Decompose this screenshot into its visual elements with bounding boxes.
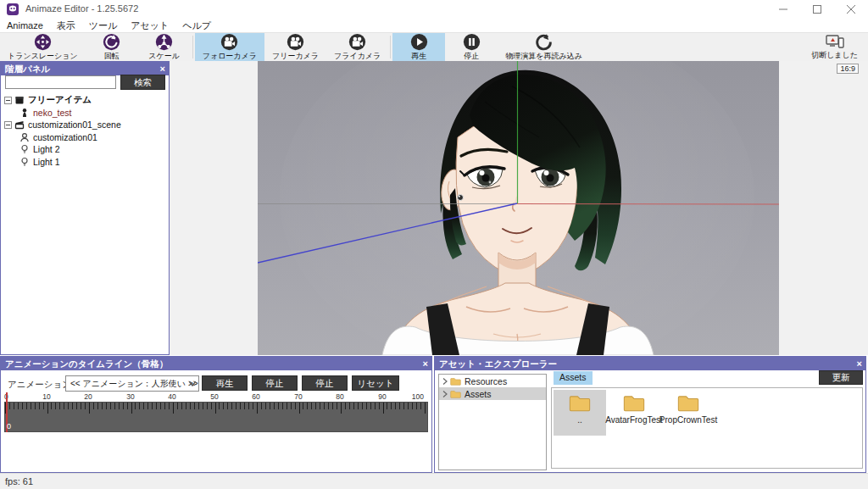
play-button[interactable]: 再生 — [392, 33, 445, 62]
animation-dropdown[interactable]: << アニメーション：人形使い >> — [65, 375, 199, 392]
asset-item-label: AvatarFrogTest — [605, 415, 663, 425]
avatar-render — [258, 61, 779, 355]
menu-assets[interactable]: アセット — [131, 19, 169, 32]
viewport[interactable]: 16:9 — [170, 61, 868, 355]
stop-button[interactable]: 停止 — [445, 33, 498, 62]
play-icon — [410, 33, 428, 51]
folder-icon — [677, 393, 699, 412]
hierarchy-panel: 階層パネル × 検索 フリーアイテム neko_test customizati… — [0, 61, 170, 355]
pause-icon — [463, 33, 481, 51]
asset-grid: .. AvatarFrogTest PropCrownTest — [551, 387, 863, 469]
asset-item-label: .. — [577, 415, 582, 425]
tree-item-light2[interactable]: Light 2 — [3, 143, 167, 156]
timeline-panel-header: アニメーションのタイムライン（骨格） × — [1, 357, 431, 370]
avatar-icon — [19, 132, 30, 142]
connection-status[interactable]: 切断しました — [801, 33, 868, 61]
title-bar: Animaze Editor - 1.25.5672 — [0, 0, 868, 19]
menu-tools[interactable]: ツール — [89, 19, 118, 32]
toolbar-separator — [192, 36, 193, 58]
close-icon[interactable]: × — [160, 62, 165, 75]
asset-tree-resources[interactable]: Resources — [439, 375, 546, 387]
chevron-right-icon — [442, 391, 448, 397]
minimize-icon[interactable] — [766, 0, 800, 19]
folder-icon — [569, 393, 591, 412]
fly-camera-button[interactable]: フライカメラ — [326, 33, 388, 62]
timeline-ruler-band[interactable] — [4, 402, 428, 432]
light-icon — [19, 157, 30, 167]
timeline-ruler-numbers: 0102030405060708090100 — [4, 392, 428, 402]
translate-icon — [34, 33, 52, 51]
timeline-play-button[interactable]: 再生 — [202, 375, 248, 391]
scene-icon — [14, 119, 25, 130]
tree-item-label: フリーアイテム — [28, 94, 92, 106]
tree-item-neko-test[interactable]: neko_test — [3, 107, 167, 119]
asset-item-up[interactable]: .. — [554, 390, 606, 436]
tree-item-customization01[interactable]: customization01 — [3, 131, 167, 144]
tree-item-label: customization01_scene — [28, 119, 121, 130]
asset-explorer-panel: アセット・エクスプローラー × Resources Assets Assets … — [434, 356, 866, 473]
folder-icon — [450, 389, 461, 398]
reload-physics-button[interactable]: 物理演算を再読み込み — [498, 33, 590, 62]
hierarchy-panel-title: 階層パネル — [5, 64, 50, 74]
asset-folder-tree: Resources Assets — [438, 374, 547, 470]
close-icon[interactable] — [834, 0, 868, 19]
status-bar: fps: 61 — [0, 473, 868, 489]
toolbar-separator — [390, 36, 391, 58]
asset-tree-assets[interactable]: Assets — [439, 387, 546, 400]
search-button[interactable]: 検索 — [120, 75, 165, 90]
movie-camera-icon — [348, 33, 366, 51]
refresh-button[interactable]: 更新 — [819, 370, 863, 385]
search-input[interactable] — [5, 75, 116, 89]
timeline-stop-button[interactable]: 停止 — [252, 375, 298, 391]
asset-explorer-title: アセット・エクスプローラー — [439, 358, 557, 369]
close-icon[interactable]: × — [857, 357, 862, 370]
free-camera-button[interactable]: フリーカメラ — [264, 33, 326, 62]
assets-tab[interactable]: Assets — [554, 371, 593, 385]
pawn-icon — [19, 108, 30, 118]
playhead-frame-label: 0 — [7, 422, 11, 431]
animation-dropdown-value: << アニメーション：人形使い >> — [70, 379, 198, 388]
hierarchy-panel-header: 階層パネル × — [1, 62, 169, 75]
animaze-logo-icon — [7, 3, 19, 15]
scale-icon — [155, 33, 173, 51]
rotate-icon — [103, 33, 120, 51]
chevron-down-icon — [189, 381, 196, 386]
tree-item-scene[interactable]: customization01_scene — [3, 119, 167, 131]
timeline-panel: アニメーションのタイムライン（骨格） × アニメーション： << アニメーション… — [0, 356, 432, 473]
scale-button[interactable]: スケール — [138, 33, 191, 62]
asset-item-avatarfrogtest[interactable]: AvatarFrogTest — [608, 390, 660, 436]
disconnect-label: 切断しました — [811, 50, 858, 61]
close-icon[interactable]: × — [423, 357, 428, 370]
aspect-ratio-chip[interactable]: 16:9 — [837, 64, 859, 74]
menu-help[interactable]: ヘルプ — [182, 19, 211, 32]
collapse-expander-icon[interactable] — [4, 121, 12, 129]
movie-camera-icon — [287, 33, 304, 51]
follow-camera-button[interactable]: フォローカメラ — [195, 33, 264, 62]
asset-explorer-header: アセット・エクスプローラー × — [435, 357, 865, 370]
asset-tree-label: Assets — [465, 389, 492, 399]
asset-item-label: PropCrownTest — [659, 415, 717, 425]
menu-view[interactable]: 表示 — [57, 19, 75, 32]
tree-item-free-items[interactable]: フリーアイテム — [3, 94, 167, 107]
menu-animaze[interactable]: Animaze — [7, 20, 43, 31]
timeline-reset-button[interactable]: リセット — [352, 375, 399, 391]
translate-button[interactable]: トランスレーション — [0, 33, 86, 62]
timeline-stop2-button[interactable]: 停止 — [302, 375, 348, 391]
toolbar-spacer — [590, 33, 801, 61]
render-area[interactable] — [258, 61, 779, 355]
folder-icon — [623, 393, 645, 412]
hierarchy-tree: フリーアイテム neko_test customization01_scene … — [3, 94, 167, 168]
collapse-expander-icon[interactable] — [4, 97, 12, 104]
menu-bar: Animaze 表示 ツール アセット ヘルプ — [0, 19, 868, 32]
maximize-icon[interactable] — [800, 0, 834, 19]
chevron-right-icon — [442, 378, 448, 385]
asset-item-propcrowntest[interactable]: PropCrownTest — [662, 390, 715, 436]
tree-item-light1[interactable]: Light 1 — [3, 156, 167, 169]
tree-item-label: neko_test — [33, 108, 72, 118]
folder-icon — [450, 376, 461, 386]
disconnected-icon — [826, 33, 844, 50]
window-title: Animaze Editor - 1.25.5672 — [25, 3, 138, 14]
rotate-button[interactable]: 回転 — [86, 33, 138, 62]
box-icon — [14, 95, 25, 105]
tree-item-label: Light 2 — [33, 144, 60, 154]
